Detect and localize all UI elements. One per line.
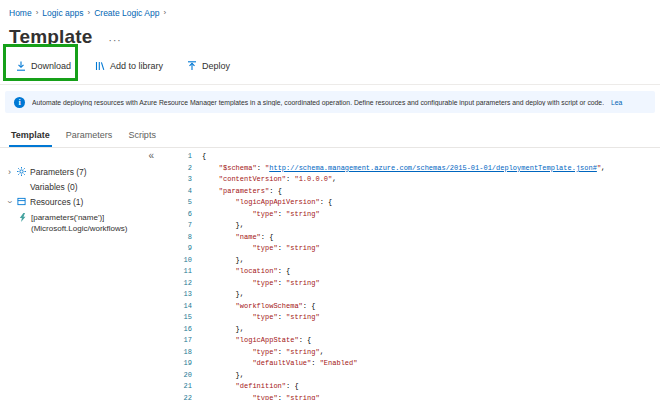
resource-type: (Microsoft.Logic/workflows)	[31, 224, 127, 235]
line-number: 17	[162, 335, 192, 347]
code-line[interactable]: "defaultValue": "Enabled"	[202, 358, 605, 370]
line-number: 20	[162, 370, 192, 382]
code-line[interactable]: {	[202, 151, 605, 163]
line-number: 5	[162, 197, 192, 209]
tree-item-variables[interactable]: Variables (0)	[0, 179, 162, 194]
download-icon	[16, 61, 26, 71]
line-number: 7	[162, 220, 192, 232]
line-number: 14	[162, 301, 192, 313]
page-header: Template ···	[0, 18, 660, 48]
code-line[interactable]: "logicAppApiVersion": {	[202, 197, 605, 209]
download-button[interactable]: Download	[16, 61, 71, 71]
breadcrumb-logic-apps[interactable]: Logic apps	[42, 8, 83, 18]
logic-app-icon	[18, 213, 27, 222]
code-line[interactable]: "type": "string"	[202, 209, 605, 221]
info-banner-message: Automate deploying resources with Azure …	[32, 99, 604, 106]
breadcrumb-separator-icon: ›	[163, 8, 166, 17]
resource-name: [parameters('name')]	[31, 213, 127, 224]
line-number: 13	[162, 289, 192, 301]
breadcrumb-home[interactable]: Home	[9, 8, 32, 18]
tree-item-workflow-resource[interactable]: [parameters('name')] (Microsoft.Logic/wo…	[18, 209, 162, 235]
parameters-icon	[17, 167, 26, 176]
code-line[interactable]: "$schema": "http://schema.management.azu…	[202, 163, 605, 175]
json-code-editor[interactable]: 12345678910111213141516171819202122 { "$…	[162, 148, 660, 400]
line-number: 15	[162, 312, 192, 324]
code-line[interactable]: "type": "string"	[202, 278, 605, 290]
code-area[interactable]: { "$schema": "http://schema.management.a…	[202, 151, 605, 400]
page-title: Template	[9, 26, 93, 48]
tree-item-label: Resources (1)	[30, 197, 83, 207]
line-number: 2	[162, 163, 192, 175]
code-line[interactable]: },	[202, 324, 605, 336]
line-number: 19	[162, 358, 192, 370]
code-line[interactable]: "location": {	[202, 266, 605, 278]
add-to-library-icon	[95, 61, 105, 71]
line-number: 22	[162, 393, 192, 400]
deploy-icon	[187, 61, 197, 71]
deploy-label: Deploy	[202, 61, 230, 71]
line-number: 18	[162, 347, 192, 359]
code-line[interactable]: "definition": {	[202, 381, 605, 393]
line-number: 3	[162, 174, 192, 186]
line-number: 9	[162, 243, 192, 255]
code-line[interactable]: },	[202, 255, 605, 267]
tree-item-resources[interactable]: › Resources (1)	[0, 194, 162, 209]
breadcrumb-separator-icon: ›	[87, 8, 90, 17]
line-number: 1	[162, 151, 192, 163]
chevron-down-icon: ›	[5, 198, 15, 205]
more-options-icon[interactable]: ···	[109, 35, 122, 46]
breadcrumb: Home › Logic apps › Create Logic App ›	[0, 0, 660, 18]
collapse-panel-icon[interactable]: «	[148, 150, 154, 161]
code-line[interactable]: "workflowSchema": {	[202, 301, 605, 313]
deploy-button[interactable]: Deploy	[187, 61, 230, 71]
line-number: 6	[162, 209, 192, 221]
line-number: 4	[162, 186, 192, 198]
code-line[interactable]: "logicAppState": {	[202, 335, 605, 347]
code-line[interactable]: "type": "string"	[202, 243, 605, 255]
code-line[interactable]: "type": "string"	[202, 393, 605, 400]
tab-parameters[interactable]: Parameters	[58, 126, 121, 147]
toolbar-divider	[0, 84, 660, 85]
resources-icon	[17, 197, 26, 206]
download-label: Download	[31, 61, 71, 71]
line-number: 21	[162, 381, 192, 393]
line-number: 8	[162, 232, 192, 244]
code-line[interactable]: "name": {	[202, 232, 605, 244]
code-line[interactable]: },	[202, 220, 605, 232]
template-tree-panel: « › Parameters (7) Variables (0) › Resou…	[0, 148, 162, 400]
learn-more-link[interactable]: Lea	[611, 99, 622, 106]
tree-item-parameters[interactable]: › Parameters (7)	[0, 164, 162, 179]
info-banner: i Automate deploying resources with Azur…	[5, 91, 655, 113]
line-number-gutter: 12345678910111213141516171819202122	[162, 151, 192, 400]
tab-scripts[interactable]: Scripts	[120, 126, 164, 147]
info-icon: i	[14, 97, 25, 108]
line-number: 12	[162, 278, 192, 290]
tab-bar: Template Parameters Scripts	[0, 119, 660, 148]
add-to-library-button[interactable]: Add to library	[95, 61, 163, 71]
template-content: « › Parameters (7) Variables (0) › Resou…	[0, 148, 660, 400]
line-number: 16	[162, 324, 192, 336]
code-line[interactable]: "contentVersion": "1.0.0.0",	[202, 174, 605, 186]
tab-template[interactable]: Template	[3, 126, 58, 147]
breadcrumb-separator-icon: ›	[36, 8, 39, 17]
line-number: 10	[162, 255, 192, 267]
tree-item-label: Parameters (7)	[30, 167, 87, 177]
line-number: 11	[162, 266, 192, 278]
code-line[interactable]: },	[202, 289, 605, 301]
code-line[interactable]: "type": "string",	[202, 347, 605, 359]
chevron-right-icon: ›	[6, 167, 13, 177]
code-line[interactable]: "type": "string"	[202, 312, 605, 324]
tree-item-label: Variables (0)	[30, 182, 78, 192]
code-line[interactable]: },	[202, 370, 605, 382]
add-to-library-label: Add to library	[110, 61, 163, 71]
breadcrumb-create-logic-app[interactable]: Create Logic App	[94, 8, 159, 18]
code-line[interactable]: "parameters": {	[202, 186, 605, 198]
command-bar: Download Add to library Deploy	[0, 48, 660, 84]
